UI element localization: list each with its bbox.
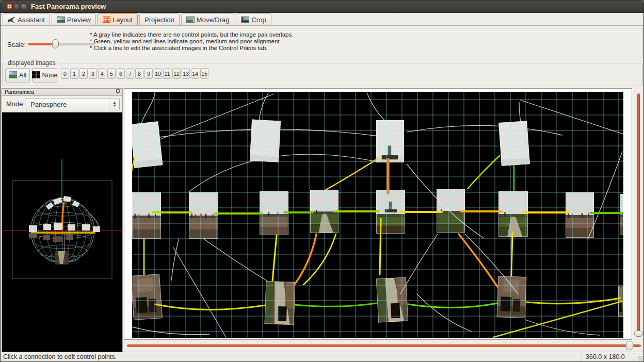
image-toggle-button-5[interactable]: 5 xyxy=(107,68,116,79)
image-thumbnail[interactable] xyxy=(132,121,163,168)
panel-title: Panoramica xyxy=(5,89,34,95)
image-toggle-button-10[interactable]: 10 xyxy=(154,68,162,79)
tab-layout[interactable]: Layout xyxy=(98,13,138,25)
image-toggle-button-15[interactable]: 15 xyxy=(200,68,208,79)
layout-canvas[interactable] xyxy=(124,88,632,340)
image-toggle-button-11[interactable]: 11 xyxy=(163,68,171,79)
image-toggle-button-0[interactable]: 0 xyxy=(61,68,69,79)
control-point-connection-line[interactable] xyxy=(380,219,381,274)
image-toggle-button-12[interactable]: 12 xyxy=(172,68,181,79)
tab-crop[interactable]: Crop xyxy=(236,13,271,25)
movedrag-tab-icon xyxy=(186,17,195,23)
scale-slider-thumb[interactable] xyxy=(52,39,59,48)
hint-line: * Green, yellow and red lines indicate g… xyxy=(90,38,293,45)
image-toggle-button-6[interactable]: 6 xyxy=(117,68,125,79)
image-thumbnail[interactable] xyxy=(498,191,528,237)
layout-tab-icon xyxy=(103,17,110,23)
control-point-connection-line[interactable] xyxy=(511,233,512,275)
app-window: ✕ – □ Fast Panorama preview AssistantGLP… xyxy=(0,0,644,362)
canvas-size-readout: 360.0 x 180.0 xyxy=(582,352,644,362)
horizontal-slider[interactable] xyxy=(124,340,644,352)
tab-label: Layout xyxy=(112,16,133,24)
image-thumbnail[interactable] xyxy=(497,276,527,318)
resize-grip-icon[interactable] xyxy=(638,356,643,361)
vertical-slider[interactable] xyxy=(633,89,644,339)
panosphere-panel: Panoramica Mode: Panosphere xyxy=(2,88,123,352)
mode-row: Mode: Panosphere xyxy=(2,96,122,112)
svg-text:GL: GL xyxy=(57,18,62,21)
displayed-images-label: displayed images xyxy=(6,59,58,67)
mode-select[interactable]: Panosphere xyxy=(26,98,120,110)
panorama-layout-view[interactable] xyxy=(132,92,623,340)
no-images-icon xyxy=(32,71,40,80)
tab-bar: AssistantGLPreviewLayoutProjectionMove/D… xyxy=(1,13,643,26)
image-toggle-button-3[interactable]: 3 xyxy=(89,68,97,79)
close-icon[interactable]: ✕ xyxy=(6,3,13,10)
panel-header[interactable]: Panoramica xyxy=(2,89,122,96)
image-thumbnail[interactable] xyxy=(566,192,594,238)
scale-label: Scale: xyxy=(7,41,26,48)
scale-slider[interactable] xyxy=(28,38,95,50)
pin-icon[interactable] xyxy=(116,89,120,95)
assistant-tab-icon xyxy=(8,17,15,23)
panosphere-3d-view xyxy=(2,112,122,352)
tab-label: Projection xyxy=(144,16,174,24)
spinner-arrows-icon[interactable] xyxy=(109,98,119,110)
tab-label: Move/Drag xyxy=(197,16,230,24)
image-toggle-button-7[interactable]: 7 xyxy=(126,68,134,79)
image-thumbnail[interactable] xyxy=(376,277,408,323)
tab-assistant[interactable]: Assistant xyxy=(3,13,50,25)
image-thumbnail[interactable] xyxy=(265,281,296,325)
status-message: Click a connection to edit control point… xyxy=(3,353,117,360)
title-bar[interactable]: ✕ – □ Fast Panorama preview xyxy=(1,1,643,13)
tab-label: Assistant xyxy=(18,16,45,24)
image-thumbnail[interactable] xyxy=(132,192,161,239)
image-toggle-button-2[interactable]: 2 xyxy=(79,68,88,79)
panosphere-preview[interactable] xyxy=(2,112,122,352)
tab-label: Preview xyxy=(67,16,91,24)
tab-preview[interactable]: GLPreview xyxy=(52,13,96,25)
image-thumbnail[interactable] xyxy=(620,194,623,235)
image-toggle-button-4[interactable]: 4 xyxy=(98,68,106,79)
image-thumbnail[interactable] xyxy=(376,120,404,162)
image-toggle-button-8[interactable]: 8 xyxy=(135,68,143,79)
panorama-canvas-svg[interactable] xyxy=(132,92,623,338)
maximize-icon[interactable]: □ xyxy=(21,3,27,10)
image-toggle-buttons: 0123456789101112131415 xyxy=(61,68,208,79)
minimize-icon[interactable]: – xyxy=(13,3,20,10)
tab-move-drag[interactable]: Move/Drag xyxy=(181,13,235,25)
image-toggle-button-9[interactable]: 9 xyxy=(144,68,153,79)
none-button[interactable]: None xyxy=(32,68,57,83)
tab-label: Crop xyxy=(251,16,266,24)
mode-value: Panosphere xyxy=(30,101,67,108)
image-thumbnail[interactable] xyxy=(250,120,281,162)
image-thumbnail[interactable] xyxy=(189,192,218,239)
scale-hint-panel: Scale: * A gray line indicates there are… xyxy=(3,28,642,58)
image-thumbnail[interactable] xyxy=(498,121,530,166)
crop-tab-icon xyxy=(241,17,249,23)
image-toggle-button-13[interactable]: 13 xyxy=(182,68,190,79)
image-thumbnail[interactable] xyxy=(132,274,163,320)
image-toggle-button-14[interactable]: 14 xyxy=(191,68,199,79)
hint-line: * Click a line to edit the associated im… xyxy=(90,45,293,52)
tab-projection[interactable]: Projection xyxy=(139,13,180,25)
hint-line: * A gray line indicates there are no con… xyxy=(90,31,293,38)
displayed-images-group: displayed images All None 01234567891011… xyxy=(2,63,643,86)
window-title: Fast Panorama preview xyxy=(31,3,106,10)
all-images-icon xyxy=(9,71,17,80)
status-bar: Click a connection to edit control point… xyxy=(1,352,643,362)
all-button[interactable]: All xyxy=(5,68,30,83)
hint-text: * A gray line indicates there are no con… xyxy=(90,31,293,52)
preview-tab-icon: GL xyxy=(57,17,65,23)
vertical-slider-thumb[interactable] xyxy=(634,331,643,337)
horizontal-slider-thumb[interactable] xyxy=(626,341,633,350)
mode-label: Mode: xyxy=(6,100,25,108)
image-toggle-button-1[interactable]: 1 xyxy=(70,68,78,79)
